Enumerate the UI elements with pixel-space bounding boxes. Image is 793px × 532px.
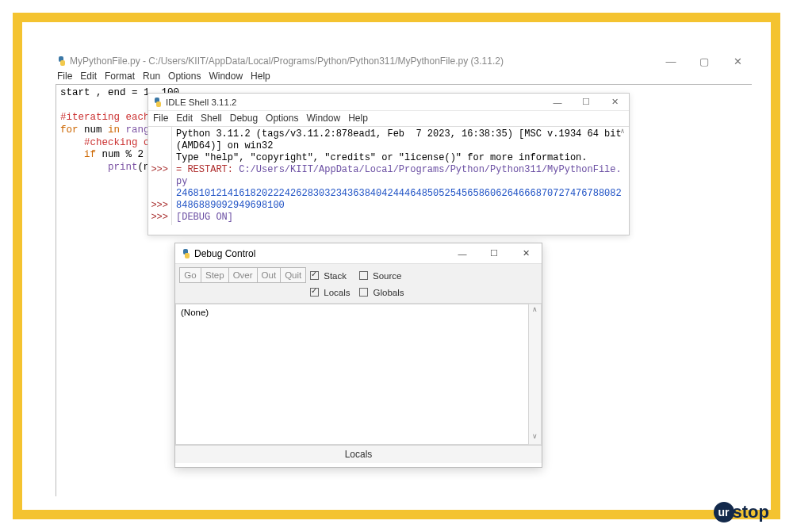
menu-debug[interactable]: Debug <box>230 113 258 124</box>
menu-shell[interactable]: Shell <box>201 113 222 124</box>
debug-scrollbar[interactable]: ∧ ∨ <box>529 304 542 445</box>
source-label: Source <box>373 271 401 281</box>
unstop-logo: urstop <box>714 502 769 522</box>
python-icon <box>182 249 191 258</box>
globals-checkbox[interactable] <box>359 288 368 297</box>
maximize-button[interactable]: ▢ <box>698 55 711 67</box>
maximize-button[interactable]: ☐ <box>572 94 600 111</box>
menu-file[interactable]: File <box>57 71 72 82</box>
debug-stack-area[interactable]: (None) <box>175 304 529 445</box>
shell-body: >>> >>> >>> ∧Python 3.11.2 (tags/v3.11.2… <box>148 126 629 225</box>
menu-run[interactable]: Run <box>143 71 160 82</box>
out-button[interactable]: Out <box>257 267 282 283</box>
shell-output[interactable]: ∧Python 3.11.2 (tags/v3.11.2:878ead1, Fe… <box>172 126 629 225</box>
menu-help[interactable]: Help <box>348 113 368 124</box>
step-button[interactable]: Step <box>201 267 229 283</box>
debug-checkboxes: Stack Source Locals Globals <box>310 267 404 300</box>
menu-file[interactable]: File <box>153 113 168 124</box>
window-controls: — ☐ ✕ <box>543 94 629 111</box>
locals-label: Locals <box>324 288 350 297</box>
debug-footer-label: Locals <box>345 449 373 460</box>
menu-options[interactable]: Options <box>266 113 298 124</box>
editor-title: MyPythonFile.py - C:/Users/KIIT/AppData/… <box>70 55 504 67</box>
go-button[interactable]: Go <box>179 267 201 283</box>
debug-body: (None) ∧ ∨ <box>175 304 542 445</box>
shell-titlebar: IDLE Shell 3.11.2 — ☐ ✕ <box>148 94 629 111</box>
debug-window: Debug Control — ☐ ✕ Go Step Over Out Qui… <box>174 243 542 468</box>
shell-title: IDLE Shell 3.11.2 <box>166 98 237 107</box>
over-button[interactable]: Over <box>228 267 258 283</box>
scroll-up-icon[interactable]: ∧ <box>617 128 628 139</box>
window-controls: — ☐ ✕ <box>446 243 542 264</box>
close-button[interactable]: ✕ <box>600 94 629 111</box>
menu-window[interactable]: Window <box>209 71 243 82</box>
quit-button[interactable]: Quit <box>280 267 306 283</box>
debug-none-text: (None) <box>181 308 209 317</box>
debug-title: Debug Control <box>194 248 255 259</box>
maximize-button[interactable]: ☐ <box>478 243 510 264</box>
globals-label: Globals <box>373 288 404 297</box>
menu-options[interactable]: Options <box>168 71 201 82</box>
shell-menubar: File Edit Shell Debug Options Window Hel… <box>148 111 629 126</box>
window-controls: — ▢ ✕ <box>665 55 752 67</box>
python-icon <box>153 98 163 107</box>
locals-checkbox[interactable] <box>310 288 319 297</box>
debug-footer: Locals <box>175 445 542 463</box>
debug-titlebar: Debug Control — ☐ ✕ <box>175 243 542 264</box>
debug-toolbar: Go Step Over Out Quit Stack Source <box>175 264 542 304</box>
minimize-button[interactable]: — <box>446 243 478 264</box>
source-checkbox[interactable] <box>359 271 368 280</box>
stack-label: Stack <box>324 271 347 281</box>
shell-window: IDLE Shell 3.11.2 — ☐ ✕ File Edit Shell … <box>147 93 630 235</box>
scroll-down-icon[interactable]: ∨ <box>529 432 541 443</box>
python-icon <box>57 56 67 66</box>
stack-checkbox[interactable] <box>310 271 319 280</box>
close-button[interactable]: ✕ <box>731 55 744 67</box>
minimize-button[interactable]: — <box>543 94 572 111</box>
scroll-up-icon[interactable]: ∧ <box>529 305 541 316</box>
menu-edit[interactable]: Edit <box>176 113 193 124</box>
menu-edit[interactable]: Edit <box>80 71 97 82</box>
menu-format[interactable]: Format <box>105 71 135 82</box>
debug-button-group: Go Step Over Out Quit <box>179 267 305 283</box>
menu-window[interactable]: Window <box>306 113 340 124</box>
editor-menubar: File Edit Format Run Options Window Help <box>56 69 752 84</box>
logo-circle: ur <box>714 502 734 522</box>
editor-titlebar: MyPythonFile.py - C:/Users/KIIT/AppData/… <box>56 53 752 69</box>
minimize-button[interactable]: — <box>665 55 677 67</box>
shell-prompt-gutter: >>> >>> >>> <box>148 126 172 225</box>
close-button[interactable]: ✕ <box>510 243 542 264</box>
menu-help[interactable]: Help <box>251 71 270 82</box>
